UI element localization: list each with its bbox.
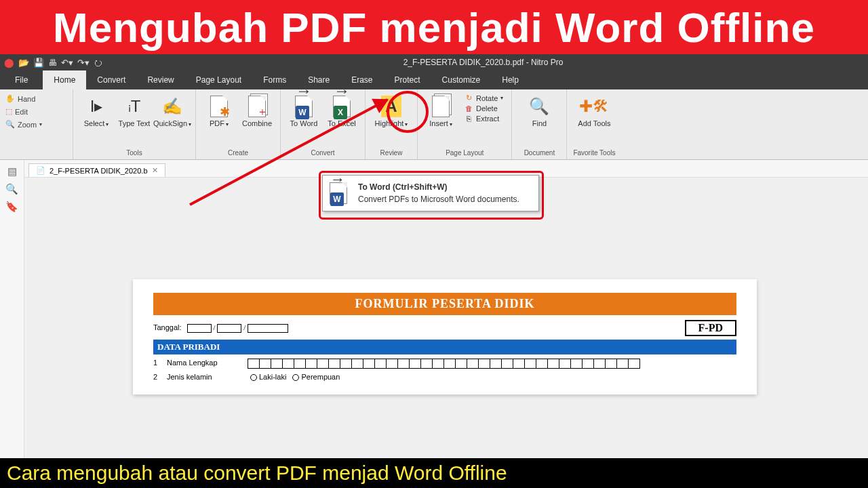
- video-title-banner: Mengubah PDF menjadi Word Offline: [0, 0, 868, 54]
- undo-icon[interactable]: ↶▾: [61, 58, 73, 68]
- tooltip-title: To Word (Ctrl+Shift+W): [358, 182, 530, 192]
- menu-review[interactable]: Review: [136, 70, 184, 89]
- menu-bar: File Home Convert Review Page Layout For…: [0, 70, 868, 89]
- menu-page-layout[interactable]: Page Layout: [185, 70, 252, 89]
- combine-icon: ＋: [248, 95, 266, 118]
- hand-icon: ✋: [5, 94, 15, 103]
- title-bar: ⬤ 📂 💾 🖶 ↶▾ ↷▾ ⭮ 2_F-PESERTA DIDIK_2020.b…: [0, 54, 868, 70]
- form-code: F-PD: [685, 320, 736, 336]
- menu-file[interactable]: File: [0, 70, 43, 89]
- edit-tool[interactable]: ⬚Edit: [4, 105, 68, 118]
- search-panel-icon[interactable]: 🔍: [5, 183, 18, 195]
- menu-convert[interactable]: Convert: [86, 70, 136, 89]
- group-label-page-layout: Page Layout: [446, 148, 484, 158]
- section-header: DATA PRIBADI: [153, 340, 736, 354]
- tooltip-description: Convert PDFs to Microsoft Word documents…: [358, 195, 530, 204]
- print-icon[interactable]: 🖶: [48, 58, 57, 68]
- type-text-button[interactable]: ᵢTType Text: [117, 92, 152, 130]
- redo-icon[interactable]: ↷▾: [77, 58, 90, 68]
- group-page-layout: Insert ↻Rotate ▾ 🗑Delete ⎘Extract Page L…: [418, 89, 512, 159]
- insert-icon: [432, 95, 450, 118]
- tooltip: →W To Word (Ctrl+Shift+W) Convert PDFs t…: [322, 175, 539, 211]
- group-favorite: ✚🛠Add Tools Favorite Tools: [567, 89, 621, 159]
- delete-icon: 🗑: [464, 104, 473, 113]
- group-label-convert: Convert: [311, 148, 334, 158]
- cursor-icon[interactable]: ⭮: [94, 58, 102, 68]
- rotate-icon: ↻: [464, 94, 473, 102]
- group-label-create: Create: [228, 148, 248, 158]
- open-icon[interactable]: 📂: [18, 58, 29, 68]
- pages-panel-icon[interactable]: ▤: [7, 165, 17, 178]
- delete-button[interactable]: 🗑Delete: [464, 104, 503, 113]
- edit-icon: ⬚: [5, 107, 12, 116]
- group-label-document: Document: [524, 148, 555, 158]
- field-nama: 1Nama Lengkap: [153, 359, 736, 369]
- bookmarks-panel-icon[interactable]: 🔖: [5, 201, 18, 213]
- pdf-icon: ✱: [210, 95, 228, 118]
- quicksign-button[interactable]: ✍QuickSign: [155, 92, 190, 131]
- add-tools-icon: ✚🛠: [579, 95, 609, 118]
- page-canvas[interactable]: FORMULIR PESERTA DIDIK F-PD Tanggal: / /…: [24, 178, 868, 488]
- group-document: 🔍Find Document: [512, 89, 567, 159]
- group-label-review: Review: [380, 148, 403, 158]
- combine-button[interactable]: ＋Combine: [239, 92, 275, 130]
- find-button[interactable]: 🔍Find: [517, 92, 561, 130]
- side-panel: ▤ 🔍 🔖: [0, 160, 24, 488]
- save-icon[interactable]: 💾: [33, 58, 44, 68]
- group-label-favorite: Favorite Tools: [573, 148, 615, 158]
- quick-access-toolbar: ⬤ 📂 💾 🖶 ↶▾ ↷▾ ⭮: [4, 58, 102, 68]
- extract-icon: ⎘: [464, 115, 473, 123]
- field-jenis-kelamin: 2Jenis kelamin Laki-laki Perempuan: [153, 373, 736, 381]
- ribbon: ✋Hand ⬚Edit 🔍Zoom ▾ I▸Select ᵢTType Text…: [0, 89, 868, 160]
- add-tools-button[interactable]: ✚🛠Add Tools: [572, 92, 616, 130]
- zoom-tool[interactable]: 🔍Zoom ▾: [4, 118, 68, 131]
- select-button[interactable]: I▸Select: [79, 92, 114, 131]
- zoom-icon: 🔍: [5, 120, 15, 129]
- form-header: FORMULIR PESERTA DIDIK: [153, 293, 736, 315]
- group-tools: I▸Select ᵢTType Text ✍QuickSign Tools: [73, 89, 196, 159]
- group-label-tools: Tools: [126, 148, 142, 158]
- tab-title: 2_F-PESERTA DIDIK_2020.b: [50, 167, 148, 175]
- window-title: 2_F-PESERTA DIDIK_2020.b.pdf - Nitro Pro: [102, 58, 864, 67]
- menu-help[interactable]: Help: [491, 70, 530, 89]
- document-tab[interactable]: 📄 2_F-PESERTA DIDIK_2020.b ✕: [28, 163, 165, 177]
- find-icon: 🔍: [529, 95, 549, 118]
- rotate-button[interactable]: ↻Rotate ▾: [464, 94, 503, 102]
- group-create: ✱PDF ＋Combine Create: [196, 89, 281, 159]
- extract-button[interactable]: ⎘Extract: [464, 115, 503, 123]
- menu-forms[interactable]: Forms: [252, 70, 297, 89]
- to-word-icon: →W: [295, 95, 313, 118]
- select-icon: I▸: [90, 95, 103, 118]
- tooltip-icon: →W: [330, 182, 347, 204]
- pdf-page: FORMULIR PESERTA DIDIK F-PD Tanggal: / /…: [133, 279, 757, 394]
- ribbon-view-tools: ✋Hand ⬚Edit 🔍Zoom ▾: [0, 89, 73, 159]
- annotation-circle: [387, 91, 429, 133]
- quicksign-icon: ✍: [162, 95, 182, 118]
- app-logo-icon: ⬤: [4, 58, 14, 68]
- type-text-icon: ᵢT: [128, 95, 141, 118]
- hand-tool[interactable]: ✋Hand: [4, 92, 68, 105]
- to-word-button[interactable]: →WTo Word: [286, 92, 321, 130]
- pdf-file-icon: 📄: [36, 166, 45, 175]
- menu-customize[interactable]: Customize: [431, 70, 492, 89]
- to-excel-icon: →X: [333, 95, 351, 118]
- video-caption-banner: Cara mengubah atau convert PDF menjad Wo…: [0, 458, 868, 488]
- menu-protect[interactable]: Protect: [384, 70, 431, 89]
- pdf-button[interactable]: ✱PDF: [201, 92, 237, 131]
- date-row: Tanggal: / /: [153, 323, 736, 333]
- menu-home[interactable]: Home: [43, 70, 86, 89]
- tab-close-icon[interactable]: ✕: [152, 166, 158, 175]
